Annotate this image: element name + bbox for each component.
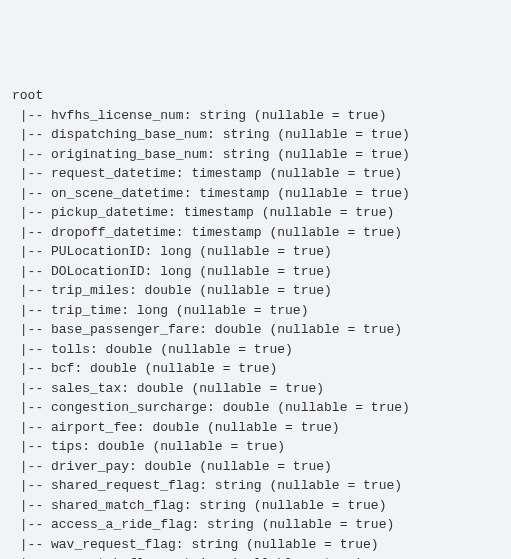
schema-field-line: |-- shared_request_flag: string (nullabl…: [12, 476, 499, 496]
schema-output-container: root |-- hvfhs_license_num: string (null…: [12, 86, 499, 559]
schema-field-line: |-- on_scene_datetime: timestamp (nullab…: [12, 184, 499, 204]
schema-field-line: |-- hvfhs_license_num: string (nullable …: [12, 106, 499, 126]
schema-field-line: |-- bcf: double (nullable = true): [12, 359, 499, 379]
schema-field-line: |-- dispatching_base_num: string (nullab…: [12, 125, 499, 145]
schema-field-line: |-- PULocationID: long (nullable = true): [12, 242, 499, 262]
schema-field-line: |-- shared_match_flag: string (nullable …: [12, 496, 499, 516]
schema-field-line: |-- tips: double (nullable = true): [12, 437, 499, 457]
schema-field-line: |-- driver_pay: double (nullable = true): [12, 457, 499, 477]
schema-field-line: |-- sales_tax: double (nullable = true): [12, 379, 499, 399]
schema-field-line: |-- trip_time: long (nullable = true): [12, 301, 499, 321]
schema-field-line: |-- airport_fee: double (nullable = true…: [12, 418, 499, 438]
schema-field-line: |-- trip_miles: double (nullable = true): [12, 281, 499, 301]
schema-field-line: |-- wav_request_flag: string (nullable =…: [12, 535, 499, 555]
schema-field-line: |-- base_passenger_fare: double (nullabl…: [12, 320, 499, 340]
schema-root-label: root: [12, 86, 499, 106]
schema-field-line: |-- wav_match_flag: string (nullable = t…: [12, 554, 499, 559]
schema-field-line: |-- dropoff_datetime: timestamp (nullabl…: [12, 223, 499, 243]
schema-field-line: |-- pickup_datetime: timestamp (nullable…: [12, 203, 499, 223]
schema-field-line: |-- access_a_ride_flag: string (nullable…: [12, 515, 499, 535]
schema-field-line: |-- request_datetime: timestamp (nullabl…: [12, 164, 499, 184]
schema-field-line: |-- originating_base_num: string (nullab…: [12, 145, 499, 165]
schema-field-line: |-- DOLocationID: long (nullable = true): [12, 262, 499, 282]
schema-block: root |-- hvfhs_license_num: string (null…: [12, 86, 499, 559]
schema-field-line: |-- congestion_surcharge: double (nullab…: [12, 398, 499, 418]
schema-field-line: |-- tolls: double (nullable = true): [12, 340, 499, 360]
